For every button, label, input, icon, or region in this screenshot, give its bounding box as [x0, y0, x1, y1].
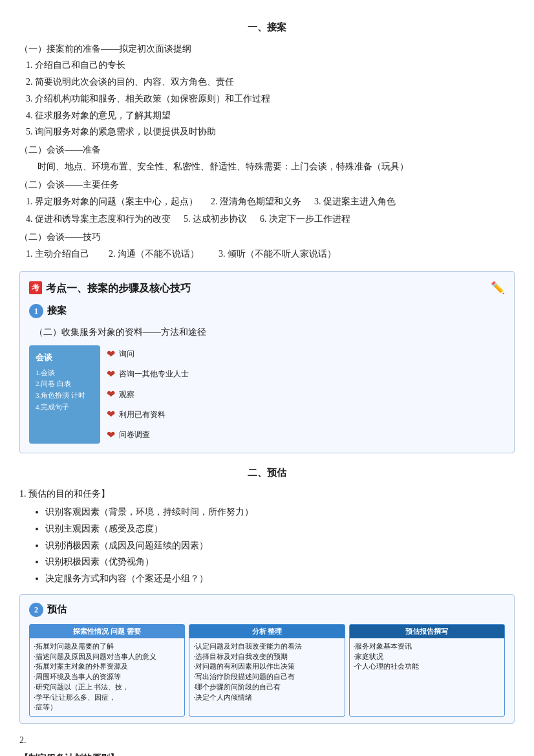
- bullet-1: 识别客观因素（背景，环境，持续时间，所作努力）: [45, 504, 515, 520]
- diagram-left-box: 会谈 1.会谈 2.问卷 白表 3.角色扮演 计时 4.完成句子: [29, 345, 100, 444]
- diagram-left-item-1: 1.会谈: [36, 367, 94, 379]
- yugu-col2-item-3: ·对问题的有利因素用以作出决策: [193, 662, 340, 672]
- diagram-right: ❤ 询问 ❤ 咨询一其他专业人士 ❤ 观察 ❤ 利用已有资料 ❤ 问卷调查: [107, 345, 505, 444]
- heart-icon-3: ❤: [107, 385, 115, 403]
- yugu-col1-item-6: ·学平/让让那么多、因症，: [34, 693, 180, 703]
- yugu-col2-header: 分析 整理: [189, 625, 344, 638]
- sub3-items: 1. 界定服务对象的问题（案主中心，起点） 2. 澄清角色期望和义务 3. 促进…: [26, 194, 515, 228]
- bullet-5: 决定服务方式和内容（个案还是小组？）: [45, 571, 515, 587]
- section2-intro: 1. 预估的目的和任务】: [19, 486, 515, 502]
- keypoint1-header: 考 考点一、接案的步骤及核心技巧 ✏️: [29, 278, 505, 298]
- keypoint1-title: 考点一、接案的步骤及核心技巧: [46, 279, 191, 297]
- item-4: 4. 征求服务对象的意见，了解其期望: [26, 108, 515, 124]
- heart-icon-5: ❤: [107, 426, 115, 444]
- yugu-col2-item-6: ·决定个人内倾情绪: [193, 693, 340, 703]
- sub3-header: （二）会谈——主要任务: [19, 177, 515, 193]
- heart-icon-4: ❤: [107, 405, 115, 423]
- sub1-label: （一）接案前的准备——拟定初次面谈提纲: [19, 44, 191, 54]
- step2-num: 2: [29, 603, 43, 617]
- sub4-item-2: 2. 沟通（不能不说话）: [109, 246, 199, 262]
- principle-label: 【制定服务计划的原则】: [19, 753, 119, 756]
- sub-label: （二）收集服务对象的资料——方法和途径: [34, 325, 505, 340]
- sub2-label: （二）会谈——准备: [19, 145, 101, 155]
- diagram-left-title: 会谈: [36, 351, 94, 365]
- diagram-left-item-3: 3.角色扮演 计时: [36, 390, 94, 402]
- yugu-col1-item-2: ·描述问题及原因及问题对当事人的意义: [34, 652, 180, 662]
- heart-label-3: 观察: [119, 388, 134, 401]
- yugu-col3-item-2: ·家庭状况: [354, 652, 500, 662]
- sub4-items: 1. 主动介绍自己 2. 沟通（不能不说话） 3. 倾听（不能不听人家说话）: [26, 246, 515, 262]
- sub4-item-3: 3. 倾听（不能不听人家说话）: [219, 246, 336, 262]
- heart-row-2: ❤ 咨询一其他专业人士: [107, 365, 505, 383]
- item-5: 5. 询问服务对象的紧急需求，以便提供及时协助: [26, 124, 515, 140]
- yugu-col3-item-1: ·服务对象基本资讯: [354, 642, 500, 652]
- item-3: 3. 介绍机构功能和服务、相关政策（如保密原则）和工作过程: [26, 91, 515, 107]
- heart-icon-1: ❤: [107, 345, 115, 363]
- step1-label: 接案: [47, 303, 67, 319]
- heart-label-5: 问卷调查: [119, 428, 150, 441]
- section1-title: 一、接案: [19, 19, 515, 36]
- sub3-item-1: 1. 界定服务对象的问题（案主中心，起点）: [26, 194, 198, 210]
- sub4-label: （二）会谈——技巧: [19, 232, 101, 242]
- yugu-diagram: 探索性情况 问题 需要 ·拓展对问题及需要的了解 ·描述问题及原因及问题对当事人…: [29, 624, 505, 717]
- item-1: 1. 介绍自己和自己的专长: [26, 58, 515, 73]
- keypoint1-icon: 考: [29, 281, 42, 294]
- sub3-item-3: 3. 促进案主进入角色: [314, 194, 396, 210]
- section2-intro-label: 1. 预估的目的和任务】: [19, 489, 110, 499]
- bullet-4: 识别积极因素（优势视角）: [45, 554, 515, 570]
- yugu-col1-item-7: ·症等）: [34, 702, 180, 713]
- sub2-indent: 时间、地点、环境布置、安全性、私密性、舒适性、特殊需要：上门会谈，特殊准备（玩具…: [37, 159, 515, 175]
- yugu-col2-item-1: ·认定问题及对自我改变能力的看法: [193, 642, 340, 652]
- sub3-item-4: 4. 促进和诱导案主态度和行为的改变: [26, 211, 171, 227]
- heart-row-1: ❤ 询问: [107, 345, 505, 363]
- section1: 一、接案 （一）接案前的准备——拟定初次面谈提纲 1. 介绍自己和自己的专长 2…: [19, 19, 515, 262]
- yugu-col1-header: 探索性情况 问题 需要: [30, 625, 184, 638]
- section2-diagram-box: 2 预估 探索性情况 问题 需要 ·拓展对问题及需要的了解 ·描述问题及原因及问…: [19, 594, 515, 724]
- yugu-col1-item-5: ·研究问题以（正上 书法、技，: [34, 682, 180, 693]
- heart-row-4: ❤ 利用已有资料: [107, 405, 505, 423]
- heart-label-2: 咨询一其他专业人士: [119, 367, 189, 380]
- yugu-col3: 预估报告撰写 ·服务对象基本资讯 ·家庭状况 ·个人心理的社会功能: [349, 624, 505, 717]
- yugu-col2-item-5: ·哪个步骤所问阶段的自己有: [193, 682, 340, 693]
- yugu-col2-item-4: ·写出治疗阶段描述问题的自己有: [193, 672, 340, 682]
- step2-header: 2 预估: [29, 601, 505, 618]
- bullet-3: 识别消极因素（成因及问题延续的因素）: [45, 538, 515, 554]
- yugu-col2-item-2: ·选择目标及对自我改变的预期: [193, 652, 340, 662]
- bullet-list: 识别客观因素（背景，环境，持续时间，所作努力） 识别主观因素（感受及态度） 识别…: [45, 504, 515, 587]
- sub2-header: （二）会谈——准备: [19, 142, 515, 158]
- heart-row-5: ❤ 问卷调查: [107, 426, 505, 444]
- section2-title: 二、预估: [19, 465, 515, 482]
- section2: 二、预估 1. 预估的目的和任务】 识别客观因素（背景，环境，持续时间，所作努力…: [19, 465, 515, 724]
- diagram-left-item-2: 2.问卷 白表: [36, 378, 94, 390]
- diagram-left-item-4: 4.完成句子: [36, 402, 94, 413]
- sub3-label: （二）会谈——主要任务: [19, 180, 119, 189]
- section3-item2: 2.: [19, 733, 515, 748]
- step1-header: 1 接案: [29, 303, 505, 319]
- bullet-2: 识别主观因素（感受及态度）: [45, 521, 515, 537]
- heart-label-1: 询问: [119, 347, 134, 360]
- yugu-col1: 探索性情况 问题 需要 ·拓展对问题及需要的了解 ·描述问题及原因及问题对当事人…: [29, 624, 185, 717]
- heart-label-4: 利用已有资料: [119, 408, 166, 421]
- heart-row-3: ❤ 观察: [107, 385, 505, 403]
- sub4-header: （二）会谈——技巧: [19, 230, 515, 245]
- section3: 2. 【制定服务计划的原则】 服务对象参与，尊重对象意愿，详细和具体，与总目的的…: [19, 733, 515, 756]
- sub4-item-1: 1. 主动介绍自己: [26, 246, 89, 262]
- yugu-col1-item-1: ·拓展对问题及需要的了解: [34, 642, 180, 652]
- sub1-header: （一）接案前的准备——拟定初次面谈提纲: [19, 41, 515, 57]
- yugu-col2: 分析 整理 ·认定问题及对自我改变能力的看法 ·选择目标及对自我改变的预期 ·对…: [189, 624, 345, 717]
- pencil-icon: ✏️: [491, 278, 505, 298]
- yugu-col1-item-3: ·拓展对案主对象的外界资源及: [34, 662, 180, 672]
- sub3-item-5: 5. 达成初步协议: [184, 211, 247, 227]
- heart-icon-2: ❤: [107, 365, 115, 383]
- yugu-col3-header: 预估报告撰写: [350, 625, 504, 638]
- sub3-item-6: 6. 决定下一步工作进程: [260, 211, 350, 227]
- yugu-col3-item-3: ·个人心理的社会功能: [354, 662, 500, 672]
- item-2: 2. 简要说明此次会谈的目的、内容、双方角色、责任: [26, 74, 515, 90]
- diagram-area: 会谈 1.会谈 2.问卷 白表 3.角色扮演 计时 4.完成句子 ❤ 询问 ❤ …: [29, 345, 505, 444]
- keypoint1-box: 考 考点一、接案的步骤及核心技巧 ✏️ 1 接案 （二）收集服务对象的资料——方…: [19, 271, 515, 453]
- yugu-col1-item-4: ·周围环境及当事人的资源等: [34, 672, 180, 682]
- step1-num: 1: [29, 304, 43, 318]
- sub3-item-2: 2. 澄清角色期望和义务: [211, 194, 301, 210]
- step2-label: 预估: [47, 601, 67, 618]
- principle-section: 【制定服务计划的原则】: [19, 751, 515, 756]
